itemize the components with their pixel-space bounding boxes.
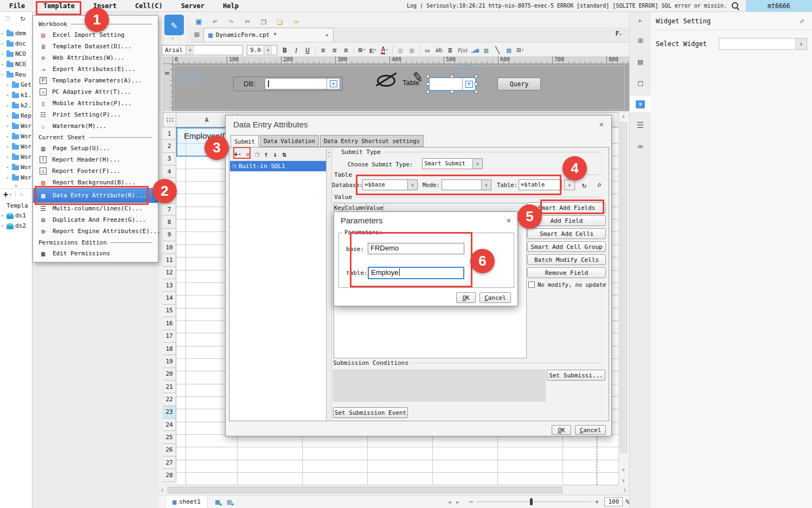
sort-icon[interactable]: ⇅ [282, 150, 286, 158]
tree-item[interactable]: ▸ Wor [0, 142, 32, 152]
row-header[interactable]: 16 [163, 317, 176, 330]
cell-element-icon[interactable]: ⊞ [630, 33, 651, 49]
chevron-right-icon[interactable]: ▸ [7, 165, 10, 170]
next-sheet-icon[interactable]: ▶ [456, 499, 459, 505]
save-icon[interactable]: ▣ [193, 16, 204, 27]
row-header[interactable]: 3 [163, 153, 176, 165]
tree-item[interactable]: ▸ Rep [0, 111, 32, 121]
underline-icon[interactable]: U [304, 46, 311, 54]
text-icon[interactable]: ab [435, 46, 443, 54]
row-header[interactable]: 26 [163, 444, 176, 456]
align-right-icon[interactable]: ≡ [342, 46, 350, 54]
chevron-right-icon[interactable]: ▸ [7, 93, 10, 98]
no-modify-checkbox[interactable] [528, 281, 535, 288]
add-dataset-icon[interactable]: + [3, 190, 8, 200]
tree-item[interactable]: ▸ Reu [0, 69, 32, 80]
row-header[interactable]: 17 [163, 330, 176, 343]
menu-item[interactable]: ▦ Data Entry Attribute(R)... [33, 188, 158, 203]
chart-icon[interactable]: ▁▃▅ [471, 46, 478, 54]
font-family-select[interactable]: Arial ∨ [162, 45, 243, 55]
delete-submit-icon[interactable]: ✕ [246, 150, 250, 158]
menubar-item[interactable]: Help [214, 0, 248, 12]
selection-handle[interactable] [475, 90, 478, 93]
submit-type-select[interactable]: Smart Submit ∨ [422, 158, 483, 169]
selection-handle[interactable] [450, 90, 453, 93]
tree-item[interactable]: ▸ NCO [0, 49, 32, 59]
redo-icon[interactable]: ↷ [226, 16, 236, 27]
refresh-table-icon[interactable]: ↻ [578, 179, 590, 190]
menubar-item[interactable]: File [0, 0, 34, 12]
font-color-icon[interactable]: A ▾ [381, 46, 388, 54]
chevron-right-icon[interactable]: ▸ [7, 155, 10, 159]
row-header[interactable]: 2 [163, 140, 176, 152]
query-button[interactable]: Query [497, 78, 541, 91]
move-down-icon[interactable]: ↓ [273, 150, 278, 158]
add-submit-icon[interactable]: +▾ [234, 150, 241, 158]
formula-icon[interactable]: F(x) [458, 46, 467, 54]
db-widget-cell[interactable]: DB: ▼ [233, 76, 343, 91]
row-header[interactable]: 9 [163, 229, 176, 241]
table-input[interactable]: Employe [368, 267, 464, 279]
dropdown-button[interactable]: ▼ [327, 79, 340, 89]
select-all-corner[interactable] [163, 112, 176, 127]
row-header[interactable]: 19 [163, 355, 176, 368]
chevron-down-icon[interactable]: ∨ [407, 180, 417, 190]
separator[interactable] [354, 46, 354, 54]
move-up-icon[interactable]: ↑ [264, 150, 268, 158]
chevron-down-icon[interactable]: ▾ [171, 36, 174, 41]
row-header[interactable]: 8 [163, 216, 176, 228]
border-icon[interactable]: ⊞ ▾ [358, 46, 366, 54]
chevron-right-icon[interactable]: ▸ [1, 223, 5, 228]
field-action-button[interactable]: Remove Field [527, 267, 606, 278]
document-tab[interactable]: ▦ DynamicForm.cpt * ✕ [203, 28, 334, 42]
separator[interactable] [315, 46, 316, 54]
chevron-down-icon[interactable]: ∨ [795, 38, 807, 49]
dialog-tab[interactable]: Data Entry Shortcut settings [320, 135, 424, 147]
value-column-header[interactable]: Value [366, 203, 384, 212]
menu-item[interactable]: ☷ Print Setting(P)... [33, 109, 158, 120]
menubar-item[interactable]: Server [172, 0, 214, 12]
row-header[interactable]: 20 [163, 368, 176, 381]
new-grid-icon[interactable]: ⊞ [194, 30, 199, 40]
table-combobox-selected[interactable]: ▼ [429, 77, 476, 91]
sheet-tab[interactable]: ▦ sheet1 [167, 496, 208, 508]
collapse-panel-icon[interactable]: ▶ [638, 17, 642, 23]
menu-item[interactable]: ⊞ Duplicate And Freeze(G)... [33, 214, 158, 226]
menu-item[interactable]: ≣ Template Dataset(D)... [33, 41, 158, 52]
zoom-slider[interactable] [477, 501, 592, 502]
chevron-right-icon[interactable]: ▸ [1, 213, 5, 218]
refresh-icon[interactable]: ↻ [17, 14, 28, 22]
table-dropdown-button[interactable]: ∨ [564, 179, 575, 190]
undo-icon[interactable]: ↶ [209, 16, 220, 27]
close-icon[interactable]: ✕ [599, 120, 604, 128]
menu-item[interactable]: ☰ Multi-columns/lines(C)... [33, 203, 158, 214]
chevron-right-icon[interactable]: ▸ [7, 82, 10, 87]
page-down-icon[interactable]: ∨ [619, 478, 628, 483]
chevron-right-icon[interactable]: ▸ [7, 134, 10, 139]
chevron-down-icon[interactable]: ∨ [186, 46, 194, 55]
menu-item[interactable]: ⊕ Web Attributes(W)... [33, 52, 158, 63]
selection-handle[interactable] [475, 82, 478, 86]
tree-item[interactable]: ▸ Get [0, 80, 32, 90]
align-left-icon[interactable]: ≡ [319, 46, 327, 54]
row-header[interactable]: 18 [163, 343, 176, 355]
scrollbar-thumb[interactable] [168, 487, 562, 493]
tree-item[interactable]: ▸ Wor [0, 131, 32, 142]
add-report-sheet-icon[interactable]: ▤ [227, 498, 232, 506]
dataset-item[interactable]: ▸ ds1 [0, 210, 32, 221]
scrollbar-thumb[interactable] [620, 122, 627, 453]
row-header[interactable]: 28 [163, 469, 176, 481]
row-header[interactable]: 11 [163, 254, 176, 266]
dropdown-button[interactable]: ▼ [462, 78, 475, 90]
chevron-down-icon[interactable]: ∨ [264, 46, 272, 55]
scroll-down-icon[interactable]: ∨ [619, 467, 628, 472]
ok-button[interactable]: OK [552, 425, 571, 435]
menu-item[interactable]: P Template Parameters(A)... [33, 75, 158, 86]
align-center-icon[interactable]: ≡ [331, 46, 338, 54]
row-header[interactable]: 21 [163, 381, 176, 393]
close-icon[interactable]: ✕ [325, 31, 329, 38]
value-column-header[interactable]: Column [345, 203, 366, 212]
value-column-header[interactable]: Key [334, 203, 345, 212]
chevron-right-icon[interactable]: ▸ [7, 175, 10, 180]
prev-sheet-icon[interactable]: ◀ [448, 499, 451, 505]
